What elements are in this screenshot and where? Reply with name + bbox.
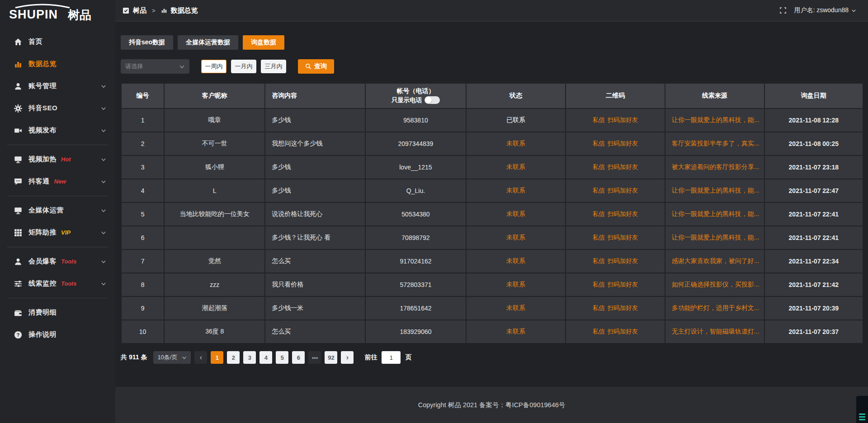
page-button-4[interactable]: 4 [259, 351, 272, 364]
breadcrumb-root[interactable]: 树品 [133, 6, 146, 15]
sidebar-item-douketong[interactable]: 抖客通New [0, 170, 115, 193]
clue-source-link[interactable]: 客厅安装投影半年多了，真实... [665, 132, 764, 155]
page-button-2[interactable]: 2 [227, 351, 240, 364]
inquiry-content: 多少钱？让我死心 看 [265, 226, 365, 249]
customer-nickname [164, 226, 265, 249]
table-row: 4L多少钱Q_Liu.未联系私信扫码加好友让你一眼就爱上的黑科技，能...202… [121, 179, 863, 202]
page-ellipsis[interactable]: ••• [308, 351, 321, 364]
range-button-three-month[interactable]: 三月内 [261, 60, 286, 73]
clue-source-link[interactable]: 让你一眼就爱上的黑科技，能... [665, 108, 764, 132]
qr-cell: 私信扫码加好友 [566, 155, 665, 179]
chevron-down-icon [101, 106, 106, 111]
private-message-link[interactable]: 私信 [593, 140, 605, 147]
query-button[interactable]: 查询 [298, 59, 334, 74]
private-message-link[interactable]: 私信 [593, 211, 605, 217]
sidebar-item-home[interactable]: 首页 [0, 31, 115, 53]
next-page-button[interactable]: › [341, 351, 354, 364]
scan-add-friend-link[interactable]: 扫码加好友 [608, 328, 638, 335]
chevron-down-icon [179, 64, 185, 70]
filter-row: 请选择 一周内一月内三月内 查询 [121, 59, 863, 74]
tab-inquiry-data[interactable]: 询盘数据 [243, 35, 284, 50]
user2-icon [14, 257, 22, 266]
tab-douyin-seo-data[interactable]: 抖音seo数据 [121, 35, 173, 50]
page-button-5[interactable]: 5 [276, 351, 288, 364]
clue-source-link[interactable]: 多功能护栏灯，适用于乡村文... [665, 296, 764, 320]
gear-icon [14, 104, 22, 113]
sidebar-item-label: 全媒体运营 [28, 206, 64, 215]
clue-source-link[interactable]: 无主灯设计，智能磁吸轨道灯... [665, 320, 764, 343]
inquiry-content: 说说价格让我死心 [265, 202, 365, 226]
private-message-link[interactable]: 私信 [593, 164, 605, 170]
private-message-link[interactable]: 私信 [593, 281, 605, 288]
scan-add-friend-link[interactable]: 扫码加好友 [608, 164, 638, 170]
phone-only-toggle[interactable] [425, 96, 440, 104]
scan-add-friend-link[interactable]: 扫码加好友 [608, 258, 638, 264]
scan-add-friend-link[interactable]: 扫码加好友 [608, 187, 638, 194]
range-button-one-week[interactable]: 一周内 [201, 60, 226, 73]
private-message-link[interactable]: 私信 [593, 234, 605, 241]
user-menu[interactable]: 用户名: zswodun88 [794, 6, 856, 14]
fullscreen-icon[interactable] [779, 7, 787, 14]
sidebar-item-video-publish[interactable]: 视频发布 [0, 119, 115, 141]
status-cell: 未联系 [466, 202, 566, 226]
clue-source-link[interactable]: 感谢大家喜欢我家，被问了好... [665, 249, 764, 273]
page-button-1[interactable]: 1 [211, 351, 223, 364]
row-number: 9 [121, 296, 164, 320]
sidebar-item-clue-monitor[interactable]: 线索监控Tools [0, 273, 115, 295]
range-button-one-month[interactable]: 一月内 [231, 60, 256, 73]
scan-add-friend-link[interactable]: 扫码加好友 [608, 305, 638, 311]
page-button-92[interactable]: 92 [325, 351, 337, 364]
page-size-select[interactable]: 10条/页 [153, 351, 191, 364]
clue-source-link[interactable]: 让你一眼就爱上的黑科技，能... [665, 226, 764, 249]
sidebar-item-media-operation[interactable]: 全媒体运营 [0, 199, 115, 221]
prev-page-button[interactable]: ‹ [194, 351, 207, 364]
topbar-right: 用户名: zswodun88 [779, 6, 856, 14]
account-phone: love__1215 [365, 155, 466, 179]
private-message-link[interactable]: 私信 [593, 305, 605, 311]
sidebar-item-douyin-seo[interactable]: 抖音SEO [0, 97, 115, 119]
sidebar-item-matrix-boost[interactable]: 矩阵助推VIP [0, 221, 115, 244]
scan-add-friend-link[interactable]: 扫码加好友 [608, 211, 638, 217]
chart-icon [14, 60, 22, 68]
filter-select-placeholder: 请选择 [125, 62, 143, 70]
scan-add-friend-link[interactable]: 扫码加好友 [608, 140, 638, 147]
sidebar-item-operation-guide[interactable]: ?操作说明 [0, 324, 115, 346]
page-button-3[interactable]: 3 [243, 351, 256, 364]
chat-widget[interactable] [856, 396, 868, 423]
tab-media-operation-data[interactable]: 全媒体运营数据 [178, 35, 238, 50]
badge-vip: VIP [61, 229, 71, 236]
scan-add-friend-link[interactable]: 扫码加好友 [608, 281, 638, 288]
main-column: 树品 > 数据总览 用户名: zswodun88 抖音seo数据全媒体运营数据询… [115, 0, 868, 423]
inquiry-table-wrap: 编号客户昵称咨询内容帐号（电话）只显示电话状态二维码线索来源询盘日期 1哦章多少… [121, 83, 863, 344]
clue-source-link[interactable]: 被大家追着问的客厅投影分享... [665, 155, 764, 179]
badge-tools: Tools [61, 258, 76, 265]
private-message-link[interactable]: 私信 [593, 258, 605, 264]
customer-nickname: 哦章 [164, 108, 265, 132]
clue-source-link[interactable]: 让你一眼就爱上的黑科技，能... [665, 202, 764, 226]
page-button-6[interactable]: 6 [292, 351, 305, 364]
clue-source-link[interactable]: 如何正确选择投影仪，买投影... [665, 273, 764, 296]
sidebar-item-consumption-detail[interactable]: 消费明细 [0, 301, 115, 324]
sidebar-item-video-heat[interactable]: 视频加热Hot [0, 148, 115, 170]
sidebar-item-account-management[interactable]: 账号管理 [0, 75, 115, 97]
goto-page-input[interactable] [382, 351, 401, 364]
customer-nickname: 狐小狸 [164, 155, 265, 179]
scan-add-friend-link[interactable]: 扫码加好友 [608, 234, 638, 241]
private-message-link[interactable]: 私信 [593, 117, 605, 123]
phone-only-label: 只显示电话 [392, 97, 422, 103]
footer: Copyright 树品 2021 备案号：粤ICP备09019646号 [115, 387, 868, 423]
clue-source-link[interactable]: 让你一眼就爱上的黑科技，能... [665, 179, 764, 202]
status-badge: 未联系 [506, 328, 525, 335]
chevron-down-icon [101, 179, 106, 184]
filter-select[interactable]: 请选择 [121, 59, 189, 74]
column-header-4: 状态 [466, 83, 566, 108]
chevron-down-icon [101, 84, 106, 89]
private-message-link[interactable]: 私信 [593, 187, 605, 194]
sidebar-item-member-baoke[interactable]: 会员爆客Tools [0, 250, 115, 273]
private-message-link[interactable]: 私信 [593, 328, 605, 335]
scan-add-friend-link[interactable]: 扫码加好友 [608, 117, 638, 123]
inquiry-date: 2021-11-07 20:37 [764, 320, 863, 343]
badge-tools: Tools [61, 280, 76, 287]
sidebar-item-data-overview[interactable]: 数据总览 [0, 53, 115, 75]
sidebar-item-label: 矩阵助推 [28, 228, 57, 237]
